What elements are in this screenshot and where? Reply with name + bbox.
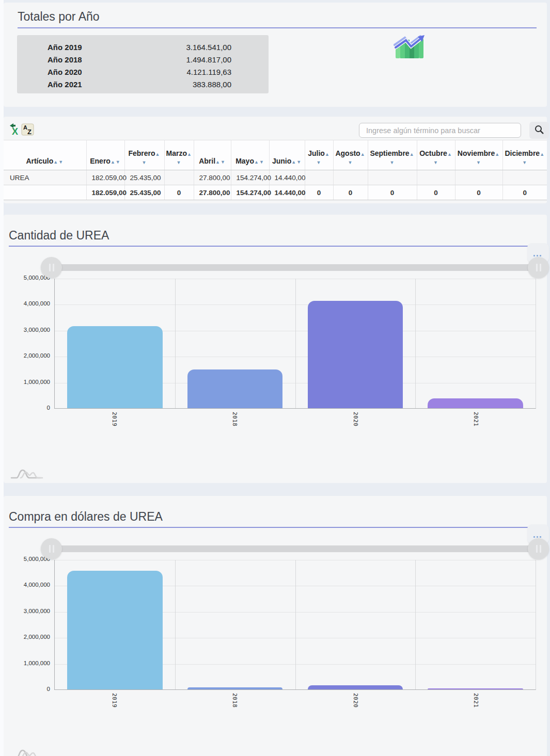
column-label: Mayo <box>235 157 254 165</box>
sort-asc-icon[interactable]: ▲ <box>187 152 192 157</box>
value-cell <box>502 170 547 185</box>
total-cell: 182.059,00 <box>86 185 124 200</box>
year-value: 1.494.817,00 <box>186 55 231 64</box>
column-header-marzo[interactable]: Marzo▲▼ <box>164 140 194 170</box>
sort-desc-icon[interactable]: ▼ <box>457 157 501 165</box>
column-header-septiembre[interactable]: Septiembre▲▼ <box>368 140 417 170</box>
bar-2019[interactable] <box>67 571 162 689</box>
y-axis-label: 3,000,000 <box>24 327 50 333</box>
y-axis-label: 0 <box>47 686 50 692</box>
bar-2019[interactable] <box>67 326 162 408</box>
value-cell: 27.800,00 <box>194 170 231 185</box>
sort-desc-icon[interactable]: ▼ <box>166 157 192 165</box>
value-cell <box>455 170 502 185</box>
sort-desc-icon[interactable]: ▼ <box>419 157 453 165</box>
sort-desc-icon[interactable]: ▼ <box>307 157 332 165</box>
column-header-junio[interactable]: Junio▲▼ <box>269 140 305 170</box>
year-value: 4.121.119,63 <box>187 68 231 76</box>
range-slider <box>4 537 547 560</box>
y-axis-label: 2,000,000 <box>24 634 50 640</box>
column-header-articulo[interactable]: Artículo▲▼ <box>4 140 86 170</box>
article-cell: UREA <box>4 170 86 185</box>
column-label: Marzo <box>166 149 187 157</box>
az-sort-icon[interactable]: A Z <box>21 122 35 138</box>
bar-2020[interactable] <box>308 301 403 408</box>
bar-2021[interactable] <box>428 688 523 689</box>
total-cell: 154.274,00 <box>231 185 269 200</box>
grid-line <box>295 560 296 689</box>
sort-desc-icon[interactable]: ▼ <box>296 159 302 165</box>
totals-title: Totales por Año <box>18 10 537 28</box>
sort-asc-icon[interactable]: ▲ <box>155 152 161 157</box>
total-cell: 27.800,00 <box>194 185 231 200</box>
x-axis: 2019201820202021 <box>54 690 536 719</box>
x-tick-2018: 2018 <box>231 412 238 427</box>
quantity-chart-card: Cantidad de UREA 01,000,0002,000,0003,00… <box>4 215 547 483</box>
slider-track[interactable] <box>48 545 541 552</box>
sort-desc-icon[interactable]: ▼ <box>370 157 415 165</box>
bar-2021[interactable] <box>428 398 523 408</box>
column-label: Julio <box>308 149 325 157</box>
sort-desc-icon[interactable]: ▼ <box>221 159 226 165</box>
sort-asc-icon[interactable]: ▲ <box>410 152 415 157</box>
value-cell <box>333 170 368 185</box>
sort-desc-icon[interactable]: ▼ <box>259 159 264 165</box>
plot-grid <box>54 560 536 690</box>
sort-asc-icon[interactable]: ▲ <box>447 152 452 157</box>
wave-brush-icon <box>10 464 547 482</box>
svg-text:X: X <box>12 126 18 136</box>
slider-handle-right[interactable] <box>528 257 549 278</box>
sort-desc-icon[interactable]: ▼ <box>335 157 366 165</box>
sort-asc-icon[interactable]: ▲ <box>254 159 259 165</box>
sort-asc-icon[interactable]: ▲ <box>111 159 116 165</box>
growth-bars-arrow-icon <box>392 33 427 63</box>
sort-asc-icon[interactable]: ▲ <box>540 152 545 157</box>
total-cell: 0 <box>333 185 368 200</box>
column-label: Agosto <box>335 149 360 157</box>
value-cell: 25.435,00 <box>124 170 164 185</box>
column-label: Septiembre <box>370 149 409 157</box>
y-axis: 01,000,0002,000,0003,000,0004,000,0005,0… <box>8 560 50 690</box>
sort-asc-icon[interactable]: ▲ <box>53 159 58 165</box>
column-label: Noviembre <box>458 149 495 157</box>
sort-asc-icon[interactable]: ▲ <box>215 159 221 165</box>
x-tick-2021: 2021 <box>473 693 479 708</box>
sort-asc-icon[interactable]: ▲ <box>360 152 366 157</box>
bar-2018[interactable] <box>187 369 282 408</box>
slider-handle-left[interactable] <box>41 538 62 559</box>
grid-line <box>415 279 416 408</box>
bar-2020[interactable] <box>308 685 403 689</box>
sort-desc-icon[interactable]: ▼ <box>505 157 546 165</box>
grid-line <box>415 560 416 689</box>
column-header-abril[interactable]: Abril▲▼ <box>194 140 231 170</box>
slider-handle-right[interactable] <box>528 538 549 559</box>
sort-desc-icon[interactable]: ▼ <box>116 159 121 165</box>
column-header-mayo[interactable]: Mayo▲▼ <box>231 140 269 170</box>
slider-track[interactable] <box>48 264 541 271</box>
column-header-julio[interactable]: Julio▲▼ <box>305 140 333 170</box>
totals-row: Año 20193.164.541,00 <box>48 41 231 53</box>
column-header-febrero[interactable]: Febrero▲▼ <box>124 140 164 170</box>
y-axis-label: 4,000,000 <box>24 582 50 588</box>
purchase-chart-title: Compra en dólares de UREA <box>9 510 543 528</box>
column-header-enero[interactable]: Enero▲▼ <box>86 140 124 170</box>
value-cell <box>164 170 194 185</box>
month-data-table: Artículo▲▼Enero▲▼Febrero▲▼Marzo▲▼Abril▲▼… <box>4 140 547 200</box>
sort-asc-icon[interactable]: ▲ <box>495 152 500 157</box>
x-tick-2020: 2020 <box>352 412 359 427</box>
value-cell: 14.440,00 <box>269 170 305 185</box>
sort-asc-icon[interactable]: ▲ <box>325 152 330 157</box>
sort-asc-icon[interactable]: ▲ <box>291 159 296 165</box>
bar-2018[interactable] <box>187 687 282 689</box>
search-input[interactable] <box>359 123 521 138</box>
purchase-chart-plot-area: 01,000,0002,000,0003,000,0004,000,0005,0… <box>4 560 547 719</box>
sort-desc-icon[interactable]: ▼ <box>127 157 163 165</box>
column-header-diciembre[interactable]: Diciembre▲▼ <box>502 140 547 170</box>
slider-handle-left[interactable] <box>41 257 62 278</box>
column-header-agosto[interactable]: Agosto▲▼ <box>333 140 368 170</box>
search-button[interactable] <box>529 122 549 139</box>
column-label: Abril <box>199 157 215 165</box>
column-header-octubre[interactable]: Octubre▲▼ <box>417 140 455 170</box>
sort-desc-icon[interactable]: ▼ <box>58 159 64 165</box>
column-header-noviembre[interactable]: Noviembre▲▼ <box>455 140 502 170</box>
